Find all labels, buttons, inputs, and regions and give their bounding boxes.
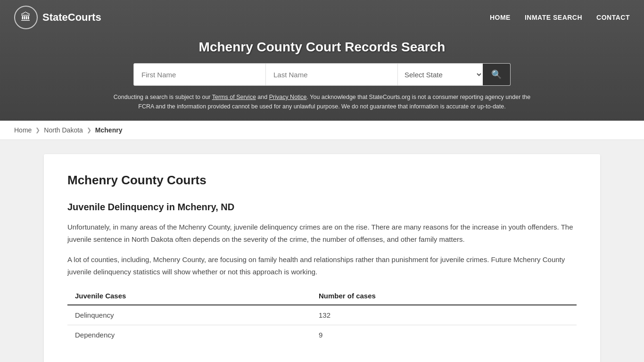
breadcrumb-home[interactable]: Home xyxy=(14,126,32,134)
nav-inmate-search[interactable]: INMATE SEARCH xyxy=(525,14,582,21)
breadcrumb-state[interactable]: North Dakota xyxy=(44,126,83,134)
disclaimer-text: Conducting a search is subject to our Te… xyxy=(110,92,534,111)
table-col2-header: Number of cases xyxy=(311,287,577,305)
table-row: Delinquency132 xyxy=(67,305,577,325)
nav-links: HOME INMATE SEARCH CONTACT xyxy=(490,14,630,21)
search-icon: 🔍 xyxy=(491,70,502,79)
main-nav: 🏛 StateCourts HOME INMATE SEARCH CONTACT xyxy=(0,0,644,35)
search-button[interactable]: 🔍 xyxy=(483,64,510,85)
table-col1-header: Juvenile Cases xyxy=(67,287,311,305)
main-content: Mchenry County Courts Juvenile Delinquen… xyxy=(44,154,600,362)
privacy-link[interactable]: Privacy Notice xyxy=(269,94,307,100)
breadcrumb-sep-2: ❯ xyxy=(87,127,91,133)
last-name-input[interactable] xyxy=(266,64,398,85)
logo-icon: 🏛 xyxy=(14,6,38,29)
logo-text: StateCourts xyxy=(42,11,101,24)
search-title: Mchenry County Court Records Search xyxy=(9,40,635,55)
search-bar: Select StateAlabamaAlaskaArizonaArkansas… xyxy=(133,63,511,86)
juvenile-cases-table: Juvenile Cases Number of cases Delinquen… xyxy=(67,287,577,345)
nav-home[interactable]: HOME xyxy=(490,14,511,21)
state-select[interactable]: Select StateAlabamaAlaskaArizonaArkansas… xyxy=(398,64,483,85)
first-name-input[interactable] xyxy=(134,64,266,85)
breadcrumb: Home ❯ North Dakota ❯ Mchenry xyxy=(0,121,644,140)
case-count: 9 xyxy=(311,325,577,345)
search-section: Mchenry County Court Records Search Sele… xyxy=(0,35,644,121)
terms-link[interactable]: Terms of Service xyxy=(212,94,256,100)
case-label: Dependency xyxy=(67,325,311,345)
table-row: Dependency9 xyxy=(67,325,577,345)
paragraph-1: Unfortunately, in many areas of the Mche… xyxy=(67,221,577,245)
page-title: Mchenry County Courts xyxy=(67,173,577,188)
logo-link[interactable]: 🏛 StateCourts xyxy=(14,6,101,29)
nav-contact[interactable]: CONTACT xyxy=(596,14,630,21)
paragraph-2: A lot of counties, including, Mchenry Co… xyxy=(67,254,577,278)
case-count: 132 xyxy=(311,305,577,325)
breadcrumb-sep-1: ❯ xyxy=(35,127,40,133)
case-label: Delinquency xyxy=(67,305,311,325)
site-header: 🏛 StateCourts HOME INMATE SEARCH CONTACT… xyxy=(0,0,644,121)
breadcrumb-county: Mchenry xyxy=(95,126,123,134)
section-title: Juvenile Delinquency in Mchenry, ND xyxy=(67,202,577,213)
